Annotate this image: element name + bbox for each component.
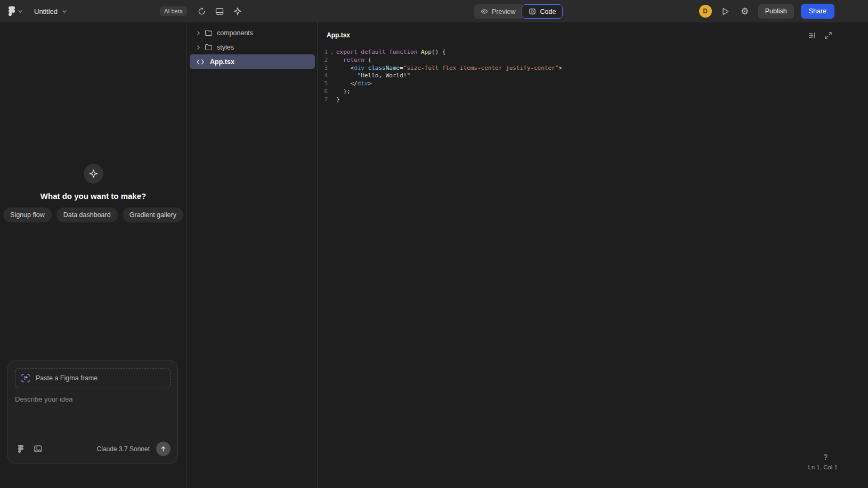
code-line[interactable]: 2 return ( <box>318 57 868 65</box>
topbar-right: D ⚙ Publish Share <box>699 0 834 22</box>
fold-chevron-icon[interactable]: ⌄ <box>328 49 336 57</box>
line-number: 2 <box>318 57 328 65</box>
line-number: 5 <box>318 80 328 88</box>
ai-beta-badge: AI beta <box>160 6 187 16</box>
line-number: 3 <box>318 65 328 73</box>
paste-figma-frame-button[interactable]: Paste a Figma frame <box>15 368 171 388</box>
fold-gutter <box>328 80 336 88</box>
line-number: 4 <box>318 72 328 80</box>
tree-item-label: components <box>217 29 253 37</box>
line-number: 1 <box>318 49 328 57</box>
tree-item-components[interactable]: components <box>190 26 315 40</box>
code-line[interactable]: 4 "Hello, World!" <box>318 72 868 80</box>
editor-header: App.tsx <box>318 22 868 40</box>
code-line[interactable]: 7} <box>318 96 868 104</box>
code-text: "Hello, World!" <box>336 72 410 80</box>
wrap-column-button[interactable] <box>807 30 816 40</box>
expand-editor-button[interactable] <box>823 30 833 40</box>
chevron-down-icon <box>18 10 22 13</box>
attach-image-button[interactable] <box>32 443 44 455</box>
assistant-heading: What do you want to make? <box>40 191 146 201</box>
arrow-up-icon <box>160 445 167 452</box>
code-text: } <box>336 96 340 104</box>
tree-item-styles[interactable]: styles <box>190 40 315 54</box>
eye-icon <box>481 9 488 14</box>
expand-icon <box>824 31 832 39</box>
code-file-icon <box>195 59 206 65</box>
code-line[interactable]: 3 <div className="size-full flex items-c… <box>318 65 868 73</box>
send-button[interactable] <box>156 442 171 456</box>
code-text: ); <box>336 88 351 96</box>
figma-logo-icon <box>9 6 15 16</box>
canvas-toolbar <box>195 0 244 22</box>
assistant-panel: What do you want to make? Signup flowDat… <box>0 22 187 488</box>
publish-button[interactable]: Publish <box>758 4 794 19</box>
code-editor: App.tsx <box>318 22 868 488</box>
editor-actions <box>807 30 833 40</box>
suggestion-pill[interactable]: Data dashboard <box>56 207 118 222</box>
prompt-composer: Paste a Figma frame <box>7 361 178 463</box>
refresh-button[interactable] <box>195 5 208 18</box>
chevron-down-icon <box>62 10 67 13</box>
idea-input[interactable] <box>15 395 171 442</box>
attach-design-button[interactable] <box>15 443 27 455</box>
fold-gutter <box>328 88 336 96</box>
tree-item-label: App.tsx <box>210 58 234 66</box>
file-title: Untitled <box>34 7 58 15</box>
code-lines: 1⌄export default function App() {2 retur… <box>318 49 868 104</box>
play-button[interactable] <box>719 5 732 18</box>
composer-footer: Claude 3.7 Sonnet <box>15 442 171 456</box>
editor-file-name: App.tsx <box>327 31 350 39</box>
paste-frame-label: Paste a Figma frame <box>36 374 98 382</box>
avatar[interactable]: D <box>699 5 712 18</box>
image-icon <box>34 445 42 453</box>
code-label: Code <box>540 8 556 15</box>
suggestion-pill[interactable]: Signup flow <box>3 207 52 222</box>
topbar: Untitled AI beta <box>0 0 868 22</box>
sparkle-badge <box>84 164 103 183</box>
view-switcher: Preview Code <box>474 4 563 19</box>
figma-frame-icon <box>21 373 30 383</box>
figma-attach-icon <box>18 445 23 453</box>
panel-toggle-button[interactable] <box>213 5 226 18</box>
folder-icon <box>205 44 213 51</box>
folder-icon <box>205 29 213 36</box>
line-number: 6 <box>318 88 328 96</box>
help-button[interactable]: ? <box>823 453 828 461</box>
code-panel-icon <box>529 8 536 15</box>
code-tab[interactable]: Code <box>522 4 563 19</box>
fold-gutter <box>328 65 336 73</box>
file-tree: componentsstylesApp.tsx <box>188 22 318 488</box>
chevron-right-icon[interactable] <box>195 30 201 36</box>
gear-icon: ⚙ <box>741 7 749 16</box>
wrap-column-icon <box>808 31 816 39</box>
code-text: return ( <box>336 57 371 65</box>
code-text: <div className="size-full flex items-cen… <box>336 65 562 73</box>
share-button[interactable]: Share <box>801 4 834 19</box>
file-title-button[interactable]: Untitled <box>32 5 69 18</box>
suggestion-pill[interactable]: Gradient gallery <box>123 207 183 222</box>
fold-gutter <box>328 72 336 80</box>
cursor-position: Ln 1, Col 1 <box>808 464 838 470</box>
code-text: </div> <box>336 80 371 88</box>
ai-sparkle-button[interactable] <box>231 5 244 18</box>
tree-item-label: styles <box>217 44 234 51</box>
line-number: 7 <box>318 96 328 104</box>
chevron-right-icon[interactable] <box>195 45 201 50</box>
tree-item-app-tsx[interactable]: App.tsx <box>190 54 315 69</box>
preview-tab[interactable]: Preview <box>474 4 522 19</box>
fold-gutter <box>328 96 336 104</box>
code-line[interactable]: 6 ); <box>318 88 868 96</box>
fold-gutter <box>328 57 336 65</box>
code-text: export default function App() { <box>336 49 445 57</box>
preview-label: Preview <box>492 8 515 15</box>
model-label: Claude 3.7 Sonnet <box>97 445 150 453</box>
main-menu-button[interactable] <box>6 4 25 18</box>
settings-gear-button[interactable]: ⚙ <box>739 5 751 18</box>
sparkle-icon <box>89 169 98 178</box>
suggestion-pills: Signup flowData dashboardGradient galler… <box>3 207 183 222</box>
code-line[interactable]: 5 </div> <box>318 80 868 88</box>
assistant-hero: What do you want to make? Signup flowDat… <box>0 164 186 222</box>
code-line[interactable]: 1⌄export default function App() { <box>318 49 868 57</box>
